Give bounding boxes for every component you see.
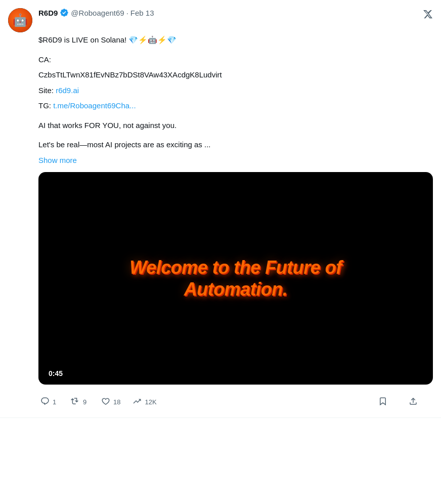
tweet-header-left: 🤖 R6D9 @Roboagent69 · Feb 13 (8, 8, 154, 32)
show-more-button[interactable]: Show more (38, 156, 77, 164)
share-button[interactable] (403, 393, 433, 411)
tweet-actions: 1 9 18 12K (34, 391, 433, 417)
video-player[interactable]: Welcome to the Future of Automation. 0:4… (38, 172, 433, 385)
views-icon (133, 397, 142, 407)
like-icon (101, 397, 110, 407)
tweet-card: 🤖 R6D9 @Roboagent69 · Feb 13 (0, 0, 441, 418)
tweet-line-ca-label: CA: (38, 54, 433, 66)
tg-link[interactable]: t.me/Roboagent69Cha... (53, 101, 136, 110)
avatar[interactable]: 🤖 (8, 8, 32, 32)
video-duration: 0:45 (46, 368, 66, 379)
retweet-button[interactable]: 9 (65, 393, 95, 411)
retweet-count: 9 (83, 398, 86, 406)
user-info: R6D9 @Roboagent69 · Feb 13 (38, 8, 154, 17)
site-label: Site: (38, 86, 56, 95)
like-button[interactable]: 18 (95, 393, 126, 411)
views-count: 12K (145, 398, 156, 406)
tg-label: TG: (38, 101, 53, 110)
tweet-date: Feb 13 (130, 9, 154, 17)
tweet-line-ai: AI that works FOR YOU, not against you. (38, 120, 433, 132)
avatar-icon: 🤖 (13, 13, 28, 27)
actions-right (372, 393, 433, 411)
views-button[interactable]: 12K (126, 393, 162, 411)
tweet-line-tg: TG: t.me/Roboagent69Cha... (38, 100, 433, 112)
tweet-line-1: $R6D9 is LIVE on Solana! 💎⚡🤖⚡💎 (38, 34, 433, 46)
more-options-icon[interactable] (423, 9, 433, 22)
reply-icon (40, 397, 50, 407)
tweet-content: $R6D9 is LIVE on Solana! 💎⚡🤖⚡💎 CA: CzbsT… (38, 34, 433, 417)
tweet-line-ca-value: CzbsTtLTwnX81fEvNBz7bDSt8VAw43XAcdgK8Lud… (38, 69, 433, 81)
tweet-text: $R6D9 is LIVE on Solana! 💎⚡🤖⚡💎 CA: CzbsT… (38, 34, 433, 166)
tweet-line-site: Site: r6d9.ai (38, 85, 433, 97)
verified-badge-icon (60, 8, 69, 17)
user-handle[interactable]: @Roboagent69 (71, 9, 124, 17)
dot-separator: · (126, 9, 128, 17)
reply-count: 1 (53, 398, 56, 406)
video-text-line2: Automation. (184, 279, 287, 300)
site-link[interactable]: r6d9.ai (56, 86, 79, 95)
tweet-line-real: Let's be real—most AI projects are as ex… (38, 139, 433, 151)
user-name[interactable]: R6D9 (38, 9, 58, 17)
like-count: 18 (113, 398, 120, 406)
user-name-row: R6D9 @Roboagent69 · Feb 13 (38, 8, 154, 17)
reply-button[interactable]: 1 (34, 393, 65, 411)
video-overlay-text: Welcome to the Future of Automation. (109, 257, 362, 300)
share-icon (409, 397, 418, 407)
bookmark-icon (378, 397, 387, 407)
bookmark-button[interactable] (372, 393, 403, 411)
retweet-icon (71, 397, 80, 407)
ca-label: CA: (38, 55, 51, 64)
video-text-line1: Welcome to the Future of (129, 257, 341, 278)
tweet-header: 🤖 R6D9 @Roboagent69 · Feb 13 (8, 8, 433, 32)
